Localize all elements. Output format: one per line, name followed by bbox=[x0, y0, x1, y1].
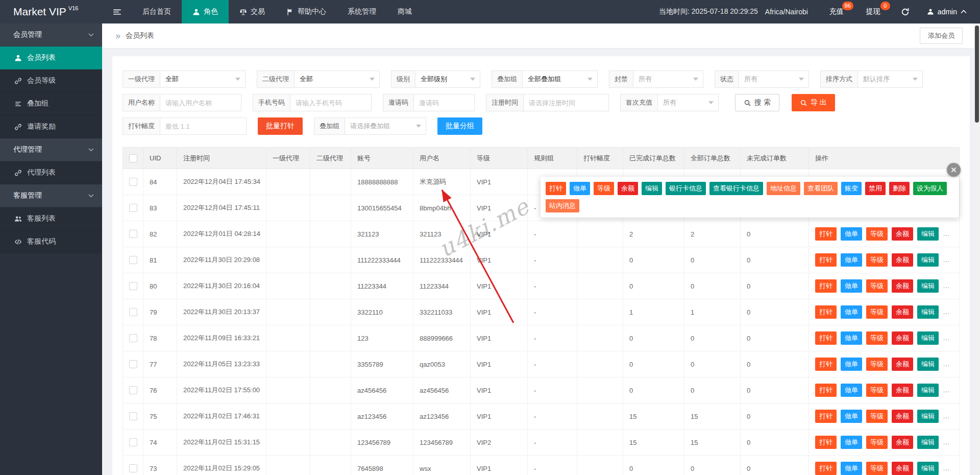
filter-select-叠加组[interactable]: 请选择叠加组 bbox=[345, 117, 426, 135]
scrollbar[interactable] bbox=[974, 23, 980, 475]
row-action-做单[interactable]: 做单 bbox=[841, 253, 862, 267]
row-action-编辑[interactable]: 编辑 bbox=[917, 279, 939, 293]
row-checkbox[interactable] bbox=[129, 412, 137, 420]
row-checkbox[interactable] bbox=[129, 334, 137, 342]
popup-action-禁用[interactable]: 禁用 bbox=[865, 182, 886, 195]
admin-menu[interactable]: admin bbox=[919, 0, 980, 23]
row-more-actions[interactable]: … bbox=[943, 307, 951, 316]
phone-filter-input[interactable] bbox=[290, 94, 372, 111]
row-checkbox[interactable] bbox=[129, 308, 137, 316]
top-menu-item-3[interactable]: 交易 bbox=[229, 0, 276, 23]
register-time-filter-input[interactable] bbox=[523, 94, 609, 111]
row-action-等级[interactable]: 等级 bbox=[866, 462, 888, 475]
sidebar-item-会员列表[interactable]: 会员列表 bbox=[0, 46, 102, 69]
row-action-打针[interactable]: 打针 bbox=[815, 358, 837, 371]
popup-action-查看银行卡信息[interactable]: 查看银行卡信息 bbox=[709, 182, 763, 195]
username-filter-input[interactable] bbox=[160, 94, 241, 111]
filter-select-叠加组[interactable]: 全部叠加组 bbox=[522, 70, 598, 88]
select-all-checkbox[interactable] bbox=[129, 154, 137, 162]
row-action-余额[interactable]: 余额 bbox=[892, 384, 913, 397]
row-action-打针[interactable]: 打针 bbox=[815, 279, 837, 293]
sidebar-item-叠加组[interactable]: 叠加组 bbox=[0, 92, 102, 115]
sidebar-item-代理列表[interactable]: 代理列表 bbox=[0, 161, 102, 184]
row-action-打针[interactable]: 打针 bbox=[815, 384, 837, 397]
popup-action-账变[interactable]: 账变 bbox=[841, 182, 862, 195]
recharge-button[interactable]: 充值 86 bbox=[818, 0, 855, 23]
popup-action-设为假人[interactable]: 设为假人 bbox=[913, 182, 947, 195]
row-action-等级[interactable]: 等级 bbox=[866, 227, 888, 241]
row-action-余额[interactable]: 余额 bbox=[892, 305, 913, 319]
popup-action-站内消息[interactable]: 站内消息 bbox=[546, 199, 579, 212]
top-menu-item-5[interactable]: 系统管理 bbox=[337, 0, 387, 23]
row-action-编辑[interactable]: 编辑 bbox=[917, 305, 939, 319]
row-action-余额[interactable]: 余额 bbox=[892, 227, 913, 241]
row-action-打针[interactable]: 打针 bbox=[815, 227, 837, 241]
popup-action-银行卡信息[interactable]: 银行卡信息 bbox=[666, 182, 706, 195]
row-action-编辑[interactable]: 编辑 bbox=[917, 227, 939, 241]
inject-range-input[interactable] bbox=[160, 117, 247, 135]
row-more-actions[interactable]: … bbox=[943, 386, 951, 394]
export-button[interactable]: 导 出 bbox=[792, 94, 835, 111]
row-checkbox[interactable] bbox=[129, 204, 137, 212]
row-action-等级[interactable]: 等级 bbox=[866, 331, 888, 345]
row-action-等级[interactable]: 等级 bbox=[866, 358, 888, 371]
row-more-actions[interactable]: … bbox=[943, 464, 951, 472]
row-action-编辑[interactable]: 编辑 bbox=[917, 253, 939, 267]
row-action-余额[interactable]: 余额 bbox=[892, 253, 913, 267]
row-action-做单[interactable]: 做单 bbox=[841, 462, 862, 475]
popup-action-地址信息[interactable]: 地址信息 bbox=[767, 182, 800, 195]
row-action-编辑[interactable]: 编辑 bbox=[917, 358, 939, 371]
row-action-打针[interactable]: 打针 bbox=[815, 410, 837, 423]
row-action-做单[interactable]: 做单 bbox=[841, 227, 862, 241]
popup-action-做单[interactable]: 做单 bbox=[570, 182, 590, 195]
filter-select-首次充值[interactable]: 所有 bbox=[657, 94, 719, 111]
row-action-编辑[interactable]: 编辑 bbox=[917, 410, 939, 423]
row-action-做单[interactable]: 做单 bbox=[841, 305, 862, 319]
row-action-等级[interactable]: 等级 bbox=[866, 305, 888, 319]
top-menu-item-6[interactable]: 商城 bbox=[387, 0, 423, 23]
row-more-actions[interactable]: … bbox=[943, 255, 951, 264]
row-checkbox[interactable] bbox=[129, 386, 137, 394]
sidebar-group-代理管理[interactable]: 代理管理 bbox=[0, 138, 102, 161]
top-menu-item-2[interactable]: 角色 bbox=[182, 0, 229, 23]
scrollbar-thumb[interactable] bbox=[975, 26, 979, 123]
popup-action-编辑[interactable]: 编辑 bbox=[642, 182, 662, 195]
row-action-做单[interactable]: 做单 bbox=[841, 279, 862, 293]
batch-inject-button[interactable]: 批量打针 bbox=[258, 117, 303, 135]
filter-select-排序方式[interactable]: 默认排序 bbox=[857, 70, 923, 88]
filter-select-封禁[interactable]: 所有 bbox=[633, 70, 703, 88]
row-action-做单[interactable]: 做单 bbox=[841, 436, 862, 449]
row-action-做单[interactable]: 做单 bbox=[841, 384, 862, 397]
row-action-做单[interactable]: 做单 bbox=[841, 410, 862, 423]
row-more-actions[interactable]: … bbox=[943, 281, 951, 290]
invite-code-filter-input[interactable] bbox=[413, 94, 475, 111]
sidebar-group-客服管理[interactable]: 客服管理 bbox=[0, 184, 102, 207]
row-action-余额[interactable]: 余额 bbox=[892, 358, 913, 371]
filter-select-状态[interactable]: 所有 bbox=[739, 70, 809, 88]
row-action-编辑[interactable]: 编辑 bbox=[917, 462, 939, 475]
row-action-余额[interactable]: 余额 bbox=[892, 331, 913, 345]
row-action-打针[interactable]: 打针 bbox=[815, 305, 837, 319]
row-action-编辑[interactable]: 编辑 bbox=[917, 436, 939, 449]
close-icon[interactable] bbox=[947, 163, 961, 177]
filter-select-级别[interactable]: 全部级别 bbox=[415, 70, 480, 88]
sidebar-item-会员等级[interactable]: 会员等级 bbox=[0, 69, 102, 92]
row-action-打针[interactable]: 打针 bbox=[815, 436, 837, 449]
row-more-actions[interactable]: … bbox=[943, 360, 951, 368]
row-action-等级[interactable]: 等级 bbox=[866, 384, 888, 397]
row-checkbox[interactable] bbox=[129, 230, 137, 238]
row-more-actions[interactable]: … bbox=[943, 438, 951, 446]
row-action-余额[interactable]: 余额 bbox=[892, 410, 913, 423]
row-action-打针[interactable]: 打针 bbox=[815, 331, 837, 345]
row-action-编辑[interactable]: 编辑 bbox=[917, 331, 939, 345]
row-action-做单[interactable]: 做单 bbox=[841, 331, 862, 345]
popup-action-余额[interactable]: 余额 bbox=[618, 182, 638, 195]
row-action-做单[interactable]: 做单 bbox=[841, 358, 862, 371]
refresh-icon[interactable] bbox=[892, 0, 919, 23]
popup-action-删除[interactable]: 删除 bbox=[889, 182, 910, 195]
popup-action-查看团队[interactable]: 查看团队 bbox=[804, 182, 838, 195]
row-more-actions[interactable]: … bbox=[943, 334, 951, 342]
row-action-等级[interactable]: 等级 bbox=[866, 253, 888, 267]
top-menu-item-1[interactable]: 后台首页 bbox=[132, 0, 182, 23]
row-more-actions[interactable]: … bbox=[943, 412, 951, 420]
